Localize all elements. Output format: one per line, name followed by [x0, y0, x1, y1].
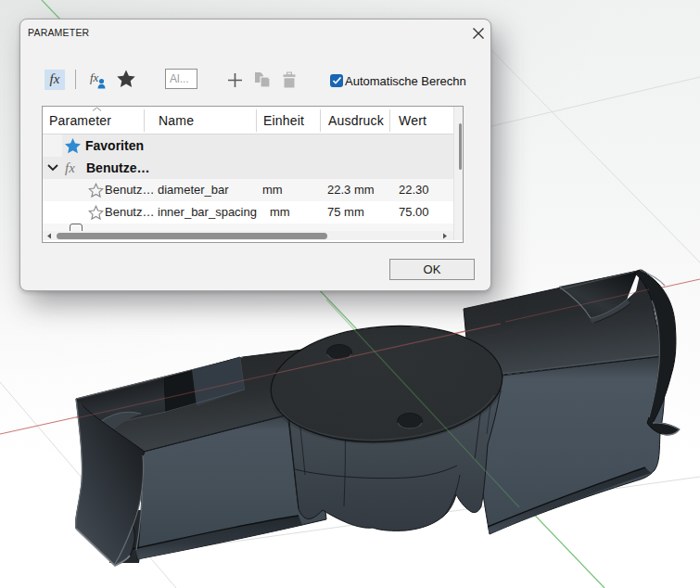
- svg-text:fx: fx: [90, 70, 99, 84]
